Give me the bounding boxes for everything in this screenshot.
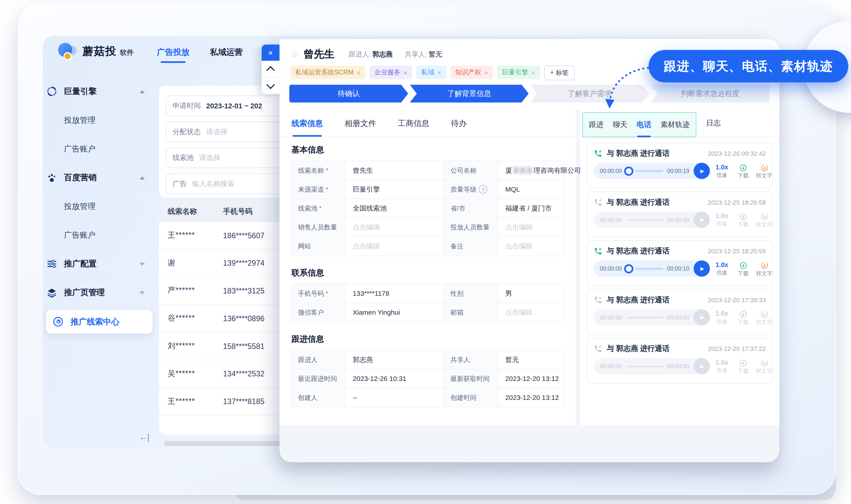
tab-private-domain[interactable]: 私域运营 bbox=[210, 47, 243, 63]
speed-control[interactable]: 1.0x 倍速 bbox=[714, 164, 730, 178]
tag-chip[interactable]: 私域运营系统SCRM × bbox=[290, 66, 365, 79]
sidebar-item-ad-account-1[interactable]: 广告账户 bbox=[46, 134, 153, 163]
prev-lead-button[interactable] bbox=[262, 61, 280, 77]
sales-count-value[interactable]: 点击编辑 bbox=[346, 218, 444, 237]
tag-chip[interactable]: 私域 × bbox=[416, 66, 446, 79]
download-control[interactable]: 下载 bbox=[735, 261, 751, 276]
speed-control[interactable]: 1.0x 倍速 bbox=[714, 310, 730, 324]
step-pending-confirm[interactable]: 待确认 bbox=[289, 85, 408, 103]
speed-control[interactable]: 1.0x 倍速 bbox=[714, 213, 730, 227]
tab-log[interactable]: 日志 bbox=[706, 118, 721, 128]
close-drawer-button[interactable]: × bbox=[262, 44, 280, 61]
sidebar-item-leads-center[interactable]: 推广线索中心 bbox=[46, 310, 153, 334]
lead-pool-value[interactable]: 全国线索池 bbox=[346, 199, 444, 218]
layers-icon bbox=[46, 287, 57, 298]
filter-ad-search[interactable]: 广告 输入名称搜索 bbox=[165, 174, 296, 194]
remove-tag-icon[interactable]: × bbox=[357, 69, 360, 76]
step-background-info[interactable]: 了解背景信息 bbox=[410, 85, 529, 103]
collapse-sidebar-button[interactable]: ←| bbox=[139, 432, 148, 443]
source-channel-value[interactable]: 巨量引擎 bbox=[346, 180, 444, 199]
brand-name: 蘑菇投 bbox=[83, 44, 117, 58]
tab-todo[interactable]: 待办 bbox=[451, 118, 467, 128]
phone-value[interactable]: 133****1178 bbox=[346, 284, 444, 303]
tag-chip[interactable]: 企业服务 × bbox=[369, 66, 412, 79]
player-track[interactable] bbox=[627, 317, 663, 318]
download-control[interactable]: 下载 bbox=[735, 164, 751, 178]
player-track[interactable] bbox=[636, 170, 663, 172]
tab-lead-info[interactable]: 线索信息 bbox=[291, 118, 323, 128]
speed-control[interactable]: 1.0x 倍速 bbox=[714, 359, 730, 373]
player-duration: 00:00:19 bbox=[667, 168, 689, 174]
player-knob[interactable] bbox=[624, 166, 633, 175]
filter-apply-time[interactable]: 申请时间 2023-12-01 ~ 202 bbox=[165, 96, 296, 116]
player-knob[interactable] bbox=[624, 264, 633, 273]
player-bar[interactable]: 00:00:00 00:00:10 ▶ bbox=[594, 260, 709, 277]
remove-tag-icon[interactable]: × bbox=[404, 69, 407, 76]
call-title: 与 郭志燕 进行通话 bbox=[607, 344, 670, 354]
tab-phone[interactable]: 电话 bbox=[637, 120, 652, 130]
collapse-arrow-icon bbox=[139, 90, 145, 93]
section-title-contact: 联系信息 bbox=[291, 268, 564, 278]
next-lead-button[interactable] bbox=[262, 77, 280, 94]
sidebar-group-landing-pages[interactable]: 推广页管理 bbox=[46, 278, 153, 307]
player-bar[interactable]: 00:00:00 00:00:19 ▶ bbox=[594, 163, 709, 179]
sidebar-group-oceanengine[interactable]: 巨量引擎 bbox=[46, 77, 153, 106]
sidebar-item-ad-account-2[interactable]: 广告账户 bbox=[46, 221, 153, 249]
tag-chip[interactable]: 知识产权 × bbox=[450, 66, 493, 79]
collapse-arrow-icon bbox=[139, 176, 145, 179]
wechat-value[interactable]: Xiamen Yinghui bbox=[346, 303, 444, 322]
tab-ad-delivery[interactable]: 广告投放 bbox=[157, 47, 190, 63]
help-icon[interactable]: ? bbox=[479, 185, 487, 194]
sidebar-group-promo-config[interactable]: 推广配置 bbox=[46, 250, 153, 278]
lead-name: 王****** bbox=[159, 397, 223, 407]
tab-material-track[interactable]: 素材轨迹 bbox=[661, 120, 690, 130]
speed-control[interactable]: 1.0x 倍速 bbox=[714, 262, 730, 275]
play-button[interactable]: ▶ bbox=[694, 163, 710, 179]
incoming-call-icon bbox=[594, 149, 602, 158]
audio-player: 00:00:00 00:00:10 ▶ 1.0x 倍速 bbox=[594, 260, 770, 277]
player-track[interactable] bbox=[627, 219, 663, 221]
player-track[interactable] bbox=[627, 365, 663, 367]
player-current-time: 00:00:00 bbox=[600, 265, 622, 272]
play-button[interactable]: ▶ bbox=[694, 358, 710, 374]
play-button[interactable]: ▶ bbox=[694, 260, 710, 277]
player-bar[interactable]: 00:00:00 00:00:00 ▶ bbox=[594, 358, 709, 374]
player-track[interactable] bbox=[636, 268, 663, 269]
transcribe-control[interactable]: A 转文字 bbox=[756, 261, 772, 276]
transcribe-control[interactable]: A 转文字 bbox=[756, 213, 772, 227]
call-record-card: 与 郭志燕 进行通话 2023-12-26 09:32:42 00:00:00 … bbox=[587, 143, 773, 188]
expand-arrow-icon bbox=[139, 263, 145, 266]
website-value[interactable]: 点击编辑 bbox=[346, 237, 444, 256]
sidebar-group-baidu[interactable]: 百度营销 bbox=[46, 163, 153, 192]
sidebar-item-delivery-mgmt-2[interactable]: 投放管理 bbox=[46, 192, 153, 221]
remove-tag-icon[interactable]: × bbox=[484, 69, 488, 76]
tab-chat[interactable]: 聊天 bbox=[613, 120, 627, 130]
follower-value[interactable]: 郭志燕 bbox=[346, 350, 444, 369]
transcribe-control[interactable]: A 转文字 bbox=[756, 359, 772, 374]
play-button[interactable]: ▶ bbox=[694, 309, 710, 325]
transcribe-control[interactable]: A 转文字 bbox=[756, 310, 772, 325]
step-urgency[interactable]: 判断需求急迫程度 bbox=[651, 85, 770, 103]
audio-player: 00:00:00 00:00:00 ▶ 1.0x 倍速 bbox=[594, 309, 770, 325]
add-tag-button[interactable]: + 标签 bbox=[544, 66, 575, 80]
download-control[interactable]: 下载 bbox=[735, 359, 751, 374]
player-bar[interactable]: 00:00:00 00:00:00 ▶ bbox=[594, 212, 709, 228]
lead-name-value[interactable]: 曾先生 bbox=[346, 161, 444, 180]
transcribe-control[interactable]: A 转文字 bbox=[756, 164, 772, 178]
filter-lead-pool[interactable]: 线索池 请选择 bbox=[165, 147, 296, 168]
sharer-name: 暂无 bbox=[429, 50, 442, 59]
player-bar[interactable]: 00:00:00 00:00:00 ▶ bbox=[594, 309, 709, 325]
download-control[interactable]: 下载 bbox=[735, 213, 751, 227]
remove-tag-icon[interactable]: × bbox=[531, 69, 535, 76]
call-title: 与 郭志燕 进行通话 bbox=[607, 247, 670, 256]
tag-chip[interactable]: 巨量引擎 × bbox=[497, 66, 540, 79]
play-button[interactable]: ▶ bbox=[694, 212, 710, 228]
tab-album-files[interactable]: 相册文件 bbox=[344, 118, 376, 128]
download-control[interactable]: 下载 bbox=[735, 310, 751, 325]
tab-business-info[interactable]: 工商信息 bbox=[398, 118, 429, 128]
star-icon[interactable]: ☆ bbox=[290, 49, 299, 60]
tab-follow-up[interactable]: 跟进 bbox=[589, 120, 603, 130]
remove-tag-icon[interactable]: × bbox=[438, 69, 441, 76]
sidebar-item-delivery-mgmt-1[interactable]: 投放管理 bbox=[46, 106, 153, 134]
filter-assign-status[interactable]: 分配状态 请选择 bbox=[165, 122, 296, 142]
